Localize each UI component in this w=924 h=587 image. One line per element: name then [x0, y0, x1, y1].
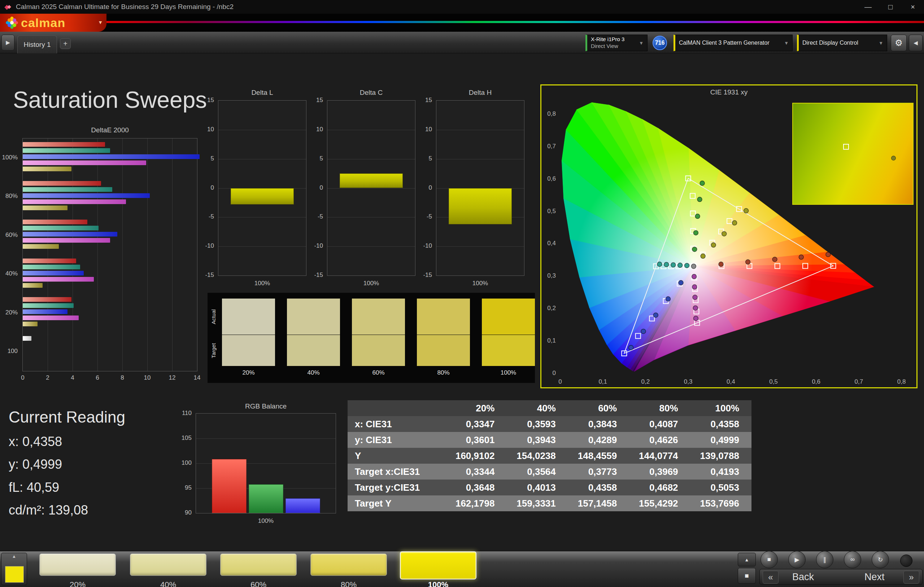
display-control-label: Direct Display Control	[802, 39, 858, 46]
actual-swatch	[287, 299, 340, 335]
delta-e-bar	[23, 232, 117, 237]
x-category-label: 100%	[436, 280, 524, 287]
svg-text:0,6: 0,6	[812, 378, 820, 385]
svg-text:0,5: 0,5	[769, 378, 778, 385]
gridline	[327, 188, 415, 189]
delta-bar	[231, 188, 294, 204]
y-tick-label: -5	[415, 213, 432, 220]
minimize-button[interactable]: —	[857, 0, 879, 14]
pattern-step-button[interactable]	[130, 554, 206, 576]
y-tick-label: 10	[415, 126, 432, 133]
table-cell: 148,4559	[568, 448, 629, 464]
svg-text:0,1: 0,1	[547, 337, 556, 344]
pause-button[interactable]: ∥	[816, 551, 833, 568]
chevron-up-icon: ▲	[745, 557, 749, 562]
table-cell: 0,3601	[446, 432, 507, 448]
status-led	[900, 554, 912, 567]
pause-icon: ∥	[823, 556, 827, 564]
maximize-button[interactable]: □	[879, 0, 902, 14]
actual-swatch	[417, 299, 470, 335]
pattern-step-button[interactable]	[310, 554, 387, 576]
table-header: 60%	[568, 400, 629, 416]
delta-e-bar	[23, 316, 79, 320]
play-button[interactable]: ▶	[788, 551, 805, 568]
delta-bar	[340, 173, 403, 188]
svg-text:0,5: 0,5	[547, 208, 556, 215]
stop-button[interactable]: ■	[761, 551, 778, 568]
y-tick-label: -5	[197, 213, 214, 220]
x-tick-label: 12	[163, 374, 181, 381]
delta-e-bar	[23, 238, 110, 243]
loop-button[interactable]: ∞	[844, 551, 861, 568]
next-button[interactable]: Next	[865, 572, 884, 583]
gridline	[436, 159, 524, 159]
row-label: y: CIE31	[348, 432, 446, 448]
delta-e-bar	[23, 297, 71, 302]
swatch-label: 80%	[417, 369, 470, 377]
y-tick-label: 95	[175, 484, 191, 492]
panel-up-button[interactable]: ▲	[738, 553, 756, 566]
y-group-label: 60%	[0, 232, 18, 239]
delta-e-bar	[23, 277, 94, 281]
target-swatch	[417, 335, 470, 366]
pattern-step-label: 80%	[310, 580, 387, 587]
delta-e-bar	[23, 148, 110, 153]
pattern-step-strip: 20%40%60%80%100%	[0, 551, 733, 587]
gridline	[218, 159, 306, 159]
table-row: Target y:CIE310,36480,40130,43580,46820,…	[348, 480, 751, 495]
pattern-step-button[interactable]	[40, 554, 116, 576]
delta-c-chart: 151050-5-10-15100%	[327, 100, 416, 276]
delta-e-bar	[23, 322, 38, 326]
x-tick-label: 0	[14, 374, 32, 381]
y-tick-label: 5	[415, 155, 432, 162]
y-tick-label: 0	[306, 184, 323, 191]
refresh-icon: ↻	[878, 556, 883, 564]
settings-gear-button[interactable]: ⚙	[891, 35, 907, 51]
pattern-step-button[interactable]	[220, 554, 297, 576]
delta-e-bar	[23, 336, 31, 341]
actual-swatch	[352, 299, 405, 335]
calman-logo[interactable]: calman ▼	[0, 14, 106, 32]
y-tick-label: 0	[415, 184, 432, 191]
next-chevron-button[interactable]: »	[903, 571, 919, 584]
y-group-label: 100	[0, 348, 18, 355]
gridline	[147, 138, 148, 371]
table-cell: 155,4292	[629, 495, 690, 511]
chevron-down-icon: ▼	[874, 40, 883, 46]
diamond-icon: ◆	[7, 3, 11, 9]
x-tick-label: 8	[113, 374, 131, 381]
table-row: Target x:CIE310,33440,35640,37730,39690,…	[348, 464, 751, 480]
delta-l-chart: 151050-5-10-15100%	[218, 100, 307, 276]
refresh-button[interactable]: ↻	[872, 551, 889, 568]
svg-text:0: 0	[558, 378, 562, 385]
logo-menu-caret-icon[interactable]: ▼	[98, 20, 103, 25]
y-tick-label: 5	[197, 155, 214, 162]
table-cell: 0,4358	[568, 480, 629, 495]
y-tick-label: 100	[175, 459, 191, 467]
panel-expand-button[interactable]: ▶	[2, 35, 15, 51]
panel-collapse-button[interactable]: ◀	[909, 35, 922, 51]
meter-dropdown[interactable]: X-Rite i1Pro 3 Direct View ▼	[586, 35, 647, 51]
x-category-label: 100%	[196, 517, 336, 525]
svg-text:0,7: 0,7	[547, 143, 556, 150]
delta-e-bar	[23, 309, 68, 314]
svg-text:0,6: 0,6	[547, 175, 556, 182]
display-control-dropdown[interactable]: Direct Display Control ▼	[797, 35, 887, 51]
play-icon: ▶	[794, 556, 799, 564]
gridline	[218, 217, 306, 217]
frame-button[interactable]: ■	[738, 568, 756, 584]
pattern-generator-dropdown[interactable]: CalMAN Client 3 Pattern Generator ▼	[673, 35, 793, 51]
table-cell: 144,0774	[629, 448, 690, 464]
close-button[interactable]: ×	[902, 0, 924, 14]
pattern-step-button[interactable]	[400, 551, 477, 579]
logo-bar: calman ▼	[0, 14, 924, 32]
tab-history-1[interactable]: History 1	[17, 35, 57, 53]
add-tab-button[interactable]: +	[60, 38, 71, 49]
chevron-left-icon: ◀	[914, 39, 918, 46]
back-button[interactable]: Back	[792, 572, 814, 583]
table-cell: 0,3648	[446, 480, 507, 495]
table-header	[348, 400, 446, 416]
swatch-label: 100%	[482, 369, 535, 377]
table-cell: 0,4289	[568, 432, 629, 448]
back-chevron-button[interactable]: «	[763, 571, 779, 584]
